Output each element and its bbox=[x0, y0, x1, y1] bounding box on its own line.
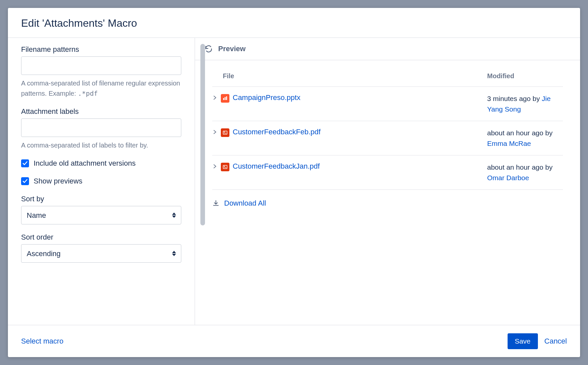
scroll-thumb[interactable] bbox=[200, 44, 205, 225]
column-file: File bbox=[212, 72, 487, 80]
table-header: File Modified bbox=[212, 72, 563, 87]
svg-rect-7 bbox=[224, 166, 225, 167]
svg-rect-8 bbox=[224, 167, 226, 168]
file-cell: CustomerFeedbackJan.pdf bbox=[212, 162, 487, 183]
preview-panel: Preview File Modified CampaignPreso.pptx bbox=[195, 38, 580, 325]
modal-body: Filename patterns A comma-separated list… bbox=[8, 37, 580, 325]
download-all-row: Download All bbox=[212, 190, 563, 208]
svg-rect-6 bbox=[223, 165, 227, 169]
svg-rect-0 bbox=[223, 98, 224, 100]
file-cell: CampaignPreso.pptx bbox=[212, 93, 487, 114]
svg-rect-1 bbox=[225, 97, 226, 100]
file-link[interactable]: CampaignPreso.pptx bbox=[233, 93, 300, 102]
sort-by-label: Sort by bbox=[21, 195, 181, 203]
sort-by-select[interactable]: Name bbox=[21, 206, 181, 224]
filename-patterns-group: Filename patterns A comma-separated list… bbox=[21, 45, 181, 99]
check-icon bbox=[22, 179, 28, 184]
cancel-button[interactable]: Cancel bbox=[544, 337, 567, 346]
settings-panel: Filename patterns A comma-separated list… bbox=[8, 38, 195, 325]
svg-rect-3 bbox=[223, 131, 227, 134]
check-icon bbox=[22, 161, 28, 166]
preview-body: File Modified CampaignPreso.pptx 3 minut… bbox=[195, 60, 580, 219]
download-icon bbox=[212, 200, 220, 207]
sort-order-group: Sort order Ascending bbox=[21, 233, 181, 263]
save-button[interactable]: Save bbox=[508, 333, 538, 349]
show-previews-row[interactable]: Show previews bbox=[21, 177, 181, 185]
chevron-right-icon[interactable] bbox=[212, 164, 218, 169]
column-modified: Modified bbox=[487, 72, 563, 80]
modified-cell: about an hour ago by Omar Darboe bbox=[487, 162, 563, 183]
pdf-file-icon bbox=[221, 128, 229, 137]
attachment-labels-group: Attachment labels A comma-separated list… bbox=[21, 107, 181, 150]
svg-rect-5 bbox=[224, 133, 226, 133]
filename-patterns-input[interactable] bbox=[21, 56, 181, 75]
show-previews-checkbox[interactable] bbox=[21, 177, 29, 185]
download-all-link[interactable]: Download All bbox=[224, 199, 266, 208]
table-row: CustomerFeedbackFeb.pdf about an hour ag… bbox=[212, 121, 563, 155]
attachment-labels-label: Attachment labels bbox=[21, 107, 181, 116]
modal-title: Edit 'Attachments' Macro bbox=[21, 17, 567, 29]
modal-footer: Select macro Save Cancel bbox=[8, 325, 580, 357]
attachment-labels-help: A comma-separated list of labels to filt… bbox=[21, 140, 181, 150]
svg-rect-2 bbox=[226, 96, 227, 100]
table-row: CampaignPreso.pptx 3 minutes ago by Jie … bbox=[212, 87, 563, 121]
sort-order-select[interactable]: Ascending bbox=[21, 244, 181, 263]
modal-header: Edit 'Attachments' Macro bbox=[8, 8, 580, 37]
chevron-right-icon[interactable] bbox=[212, 95, 218, 100]
include-old-row[interactable]: Include old attachment versions bbox=[21, 159, 181, 168]
show-previews-label: Show previews bbox=[34, 177, 82, 185]
user-link[interactable]: Omar Darboe bbox=[487, 174, 529, 182]
file-link[interactable]: CustomerFeedbackJan.pdf bbox=[233, 162, 320, 171]
macro-editor-modal: Edit 'Attachments' Macro Filename patter… bbox=[8, 8, 580, 357]
modified-cell: 3 minutes ago by Jie Yang Song bbox=[487, 93, 563, 114]
scroll-track bbox=[200, 44, 205, 308]
svg-rect-4 bbox=[224, 132, 225, 132]
table-row: CustomerFeedbackJan.pdf about an hour ag… bbox=[212, 155, 563, 190]
user-link[interactable]: Emma McRae bbox=[487, 140, 531, 147]
presentation-file-icon bbox=[221, 94, 229, 103]
sort-by-group: Sort by Name bbox=[21, 195, 181, 224]
file-cell: CustomerFeedbackFeb.pdf bbox=[212, 128, 487, 149]
file-link[interactable]: CustomerFeedbackFeb.pdf bbox=[233, 128, 321, 136]
chevron-right-icon[interactable] bbox=[212, 129, 218, 135]
preview-header: Preview bbox=[195, 38, 580, 60]
select-macro-link[interactable]: Select macro bbox=[21, 337, 63, 346]
include-old-checkbox[interactable] bbox=[21, 159, 29, 167]
pdf-file-icon bbox=[221, 163, 229, 171]
filename-patterns-help: A comma-separated list of filename regul… bbox=[21, 78, 181, 99]
filename-patterns-label: Filename patterns bbox=[21, 45, 181, 54]
attachment-labels-input[interactable] bbox=[21, 118, 181, 137]
include-old-label: Include old attachment versions bbox=[34, 159, 135, 168]
modified-cell: about an hour ago by Emma McRae bbox=[487, 128, 563, 149]
preview-title: Preview bbox=[218, 45, 246, 53]
sort-order-label: Sort order bbox=[21, 233, 181, 242]
refresh-icon[interactable] bbox=[204, 45, 213, 53]
